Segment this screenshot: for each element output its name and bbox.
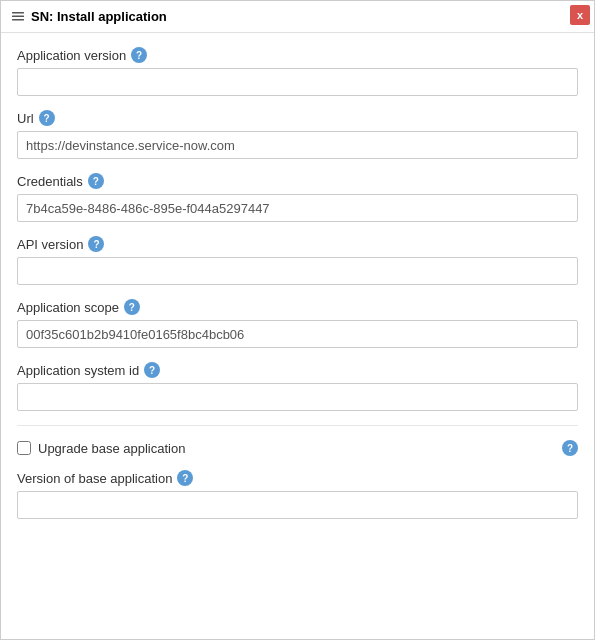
svg-rect-1 <box>12 15 24 17</box>
dialog-body: Application version ? Url ? Credentials … <box>1 33 594 549</box>
app-scope-help-icon[interactable]: ? <box>124 299 140 315</box>
app-version-label: Application version ? <box>17 47 578 63</box>
version-base-group: Version of base application ? <box>17 470 578 519</box>
svg-rect-0 <box>12 12 24 14</box>
app-version-input[interactable] <box>17 68 578 96</box>
credentials-group: Credentials ? <box>17 173 578 222</box>
app-system-id-input[interactable] <box>17 383 578 411</box>
url-help-icon[interactable]: ? <box>39 110 55 126</box>
credentials-input[interactable] <box>17 194 578 222</box>
version-base-input[interactable] <box>17 491 578 519</box>
app-scope-group: Application scope ? <box>17 299 578 348</box>
upgrade-base-label[interactable]: Upgrade base application <box>17 441 185 456</box>
upgrade-base-checkbox[interactable] <box>17 441 31 455</box>
url-input[interactable] <box>17 131 578 159</box>
upgrade-base-row: Upgrade base application ? <box>17 440 578 456</box>
app-scope-label: Application scope ? <box>17 299 578 315</box>
api-version-help-icon[interactable]: ? <box>88 236 104 252</box>
app-version-group: Application version ? <box>17 47 578 96</box>
credentials-label: Credentials ? <box>17 173 578 189</box>
svg-rect-2 <box>12 19 24 21</box>
close-button[interactable]: x <box>570 5 590 25</box>
app-version-help-icon[interactable]: ? <box>131 47 147 63</box>
api-version-group: API version ? <box>17 236 578 285</box>
api-version-label: API version ? <box>17 236 578 252</box>
dialog-title: SN: Install application <box>11 9 167 24</box>
title-icon <box>11 10 25 24</box>
upgrade-base-help-icon[interactable]: ? <box>562 440 578 456</box>
separator <box>17 425 578 426</box>
version-base-label: Version of base application ? <box>17 470 578 486</box>
url-label: Url ? <box>17 110 578 126</box>
app-scope-input[interactable] <box>17 320 578 348</box>
app-system-id-label: Application system id ? <box>17 362 578 378</box>
title-text: SN: Install application <box>31 9 167 24</box>
install-application-dialog: SN: Install application x Application ve… <box>0 0 595 640</box>
credentials-help-icon[interactable]: ? <box>88 173 104 189</box>
url-group: Url ? <box>17 110 578 159</box>
app-system-id-group: Application system id ? <box>17 362 578 411</box>
api-version-input[interactable] <box>17 257 578 285</box>
version-base-help-icon[interactable]: ? <box>177 470 193 486</box>
dialog-header: SN: Install application x <box>1 1 594 33</box>
app-system-id-help-icon[interactable]: ? <box>144 362 160 378</box>
